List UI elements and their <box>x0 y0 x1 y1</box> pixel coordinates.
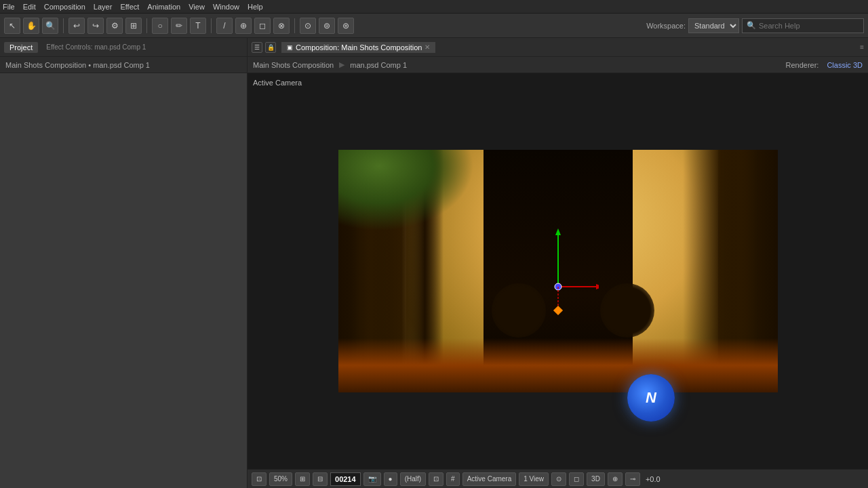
hand-tool[interactable]: ✋ <box>23 18 39 34</box>
select-tool[interactable]: ↖ <box>4 18 20 34</box>
offset-btn[interactable]: ⊸ <box>625 472 640 486</box>
search-icon: 🔍 <box>747 21 756 30</box>
eraser-tool[interactable]: ◻ <box>254 18 271 34</box>
camera-btn[interactable]: ⊙ <box>300 18 316 34</box>
transform-gizmo[interactable] <box>517 212 599 321</box>
sep4 <box>294 18 295 33</box>
logo-watermark: N <box>627 374 682 428</box>
comp-panel-icon[interactable]: ☰ <box>252 42 262 53</box>
menu-view[interactable]: View <box>189 3 205 11</box>
camera-label: Active Camera <box>253 79 302 87</box>
redo[interactable]: ↪ <box>87 18 104 34</box>
show-channel[interactable]: ● <box>384 472 397 486</box>
menu-animation[interactable]: Animation <box>147 3 180 11</box>
frame-btn[interactable]: ⊡ <box>252 472 267 486</box>
right-panel: ☰ 🔒 ▣ Composition: Main Shots Compositio… <box>248 38 868 488</box>
menu-effect[interactable]: Effect <box>120 3 139 11</box>
svg-marker-3 <box>596 284 599 289</box>
menu-composition[interactable]: Composition <box>44 3 85 11</box>
comp-tab-close[interactable]: ✕ <box>425 43 430 51</box>
search-input[interactable] <box>759 22 854 30</box>
brush-tool[interactable]: / <box>216 18 233 34</box>
comp-lock-icon[interactable]: 🔒 <box>265 42 276 53</box>
comp-nav-main[interactable]: Main Shots Composition <box>253 61 334 69</box>
orbit-btn[interactable]: ⊚ <box>319 18 335 34</box>
menu-help[interactable]: Help <box>248 3 263 11</box>
more-btn[interactable]: ⊕ <box>608 472 623 486</box>
text-tool[interactable]: T <box>190 18 206 34</box>
search-box: 🔍 <box>742 18 864 33</box>
sep2 <box>146 18 147 33</box>
sep1 <box>63 18 64 33</box>
3d-btn[interactable]: 3D <box>587 472 605 486</box>
viewport-controls: ⊡ 50% ⊞ ⊟ 00214 📷 ● (Half) ⊡ # Active Ca… <box>248 469 868 488</box>
toolbar: ↖ ✋ 🔍 ↩ ↪ ⚙ ⊞ ○ ✏ T / ⊕ ◻ ⊗ ⊙ ⊚ ⊛ Worksp… <box>0 14 868 38</box>
fast-preview[interactable]: ⊡ <box>429 472 443 486</box>
view-count-select[interactable]: 1 View <box>519 472 549 486</box>
comp-tabs: ☰ 🔒 ▣ Composition: Main Shots Compositio… <box>248 38 868 57</box>
grid-toggle[interactable]: # <box>446 472 460 486</box>
left-panel: Project Effect Controls: man.psd Comp 1 … <box>0 38 248 488</box>
svg-rect-6 <box>553 306 562 315</box>
comp-nav-sub[interactable]: man.psd Comp 1 <box>350 61 407 69</box>
circle-tool[interactable]: ○ <box>152 18 168 34</box>
effect-controls-label: Effect Controls: man.psd Comp 1 <box>46 43 146 51</box>
zoom-tool[interactable]: 🔍 <box>42 18 58 34</box>
viewport: Active Camera <box>248 73 868 469</box>
svg-marker-1 <box>555 228 561 235</box>
sep3 <box>211 18 212 33</box>
comp-tab-icon: ▣ <box>287 44 293 51</box>
menu-edit[interactable]: Edit <box>23 3 36 11</box>
left-panel-breadcrumb: Main Shots Composition • man.psd Comp 1 <box>0 57 247 73</box>
main-area: Project Effect Controls: man.psd Comp 1 … <box>0 38 868 488</box>
snap[interactable]: ⊞ <box>125 18 142 34</box>
fit-btn[interactable]: ⊞ <box>295 472 310 486</box>
comp-panel-menu[interactable]: ≡ <box>860 43 864 51</box>
clone-tool[interactable]: ⊕ <box>235 18 252 34</box>
ground <box>338 338 778 392</box>
undo[interactable]: ↩ <box>68 18 85 34</box>
offset-value: +0.0 <box>643 475 663 483</box>
logo-circle: N <box>627 374 675 422</box>
main-comp-tab[interactable]: ▣ Composition: Main Shots Composition ✕ <box>281 42 435 53</box>
logo-text: N <box>646 389 656 407</box>
menubar: File Edit Composition Layer Effect Anima… <box>0 0 868 14</box>
menu-window[interactable]: Window <box>213 3 239 11</box>
view-render[interactable]: ⊙ <box>551 472 566 486</box>
project-tab[interactable]: Project <box>4 42 38 53</box>
left-panel-tabs: Project Effect Controls: man.psd Comp 1 <box>0 38 247 57</box>
zoom-select[interactable]: 50% <box>269 472 292 486</box>
view-select[interactable]: Active Camera <box>462 472 517 486</box>
quality-select[interactable]: (Half) <box>400 472 426 486</box>
comp-nav: Main Shots Composition ▶ man.psd Comp 1 … <box>248 57 868 73</box>
viewport-image[interactable] <box>338 150 778 392</box>
menu-layer[interactable]: Layer <box>94 3 113 11</box>
grid-btn[interactable]: ⊟ <box>313 472 328 486</box>
settings[interactable]: ⚙ <box>106 18 123 34</box>
hand-right <box>600 283 654 338</box>
menu-file[interactable]: File <box>3 3 15 11</box>
draft-btn[interactable]: ◻ <box>569 472 584 486</box>
current-time[interactable]: 00214 <box>330 472 361 486</box>
snapshot-btn[interactable]: 📷 <box>363 472 381 486</box>
workspace-select[interactable]: Standard <box>688 18 739 33</box>
left-panel-content <box>0 73 247 488</box>
pan3d-btn[interactable]: ⊛ <box>338 18 354 34</box>
pen-tool[interactable]: ✏ <box>171 18 187 34</box>
puppet-tool[interactable]: ⊗ <box>273 18 290 34</box>
workspace-label: Workspace: <box>646 22 686 30</box>
foliage-left <box>338 150 474 231</box>
